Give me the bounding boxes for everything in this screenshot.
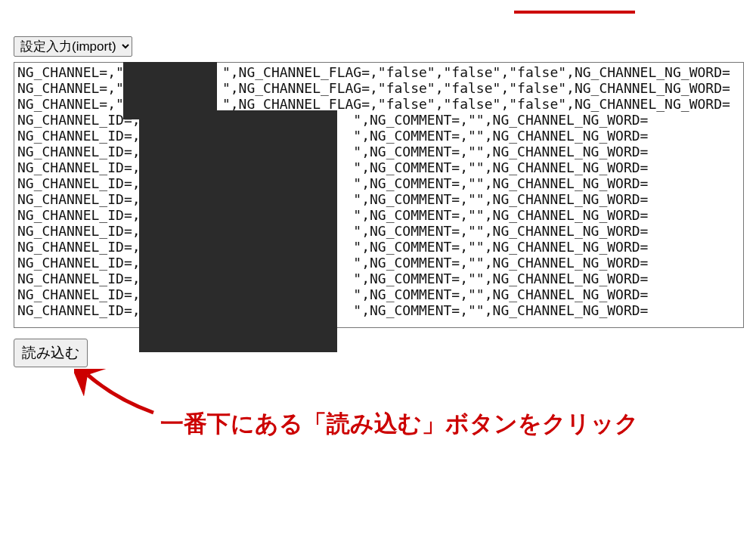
config-import-textarea[interactable]	[14, 62, 744, 328]
accent-underline	[514, 11, 635, 14]
annotation-arrow-icon	[74, 369, 165, 429]
annotation-text: 一番下にある「読み込む」ボタンをクリック	[160, 408, 639, 440]
load-button[interactable]: 読み込む	[14, 339, 88, 367]
import-mode-select[interactable]: 設定入力(import)	[14, 36, 132, 57]
import-mode-select-wrapper: 設定入力(import)	[14, 36, 132, 57]
